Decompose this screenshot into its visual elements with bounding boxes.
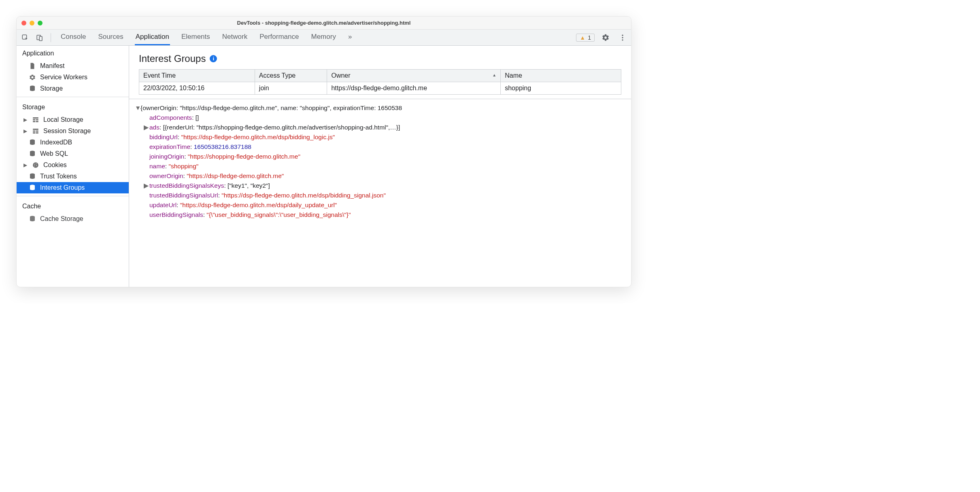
interest-groups-table: Event Time Access Type Owner▲ Name 22/03… bbox=[139, 69, 621, 95]
sidebar-item-manifest[interactable]: Manifest bbox=[17, 60, 129, 72]
sidebar-item-service-workers[interactable]: Service Workers bbox=[17, 72, 129, 83]
window-titlebar: DevTools - shopping-fledge-demo.glitch.m… bbox=[17, 17, 631, 30]
panel-tabs: Console Sources Application Elements Net… bbox=[60, 30, 353, 45]
sidebar-item-label: Local Storage bbox=[43, 116, 83, 123]
cell-owner: https://dsp-fledge-demo.glitch.me bbox=[327, 82, 501, 95]
cell-name: shopping bbox=[501, 82, 621, 95]
obj-prop-tbsk[interactable]: ▶trustedBiddingSignalsKeys: ["key1", "ke… bbox=[132, 181, 628, 191]
inspect-element-button[interactable] bbox=[19, 32, 31, 44]
tab-performance[interactable]: Performance bbox=[259, 30, 300, 45]
warning-icon: ▲ bbox=[580, 34, 585, 41]
svg-point-5 bbox=[622, 39, 623, 40]
panel-header: Interest Groups i bbox=[129, 46, 631, 69]
sidebar-item-label: Cookies bbox=[43, 161, 67, 169]
svg-point-13 bbox=[34, 165, 35, 166]
table-row[interactable]: 22/03/2022, 10:50:16 join https://dsp-fl… bbox=[139, 82, 621, 95]
devtools-window: DevTools - shopping-fledge-demo.glitch.m… bbox=[16, 16, 631, 287]
database-icon bbox=[29, 139, 36, 146]
panel-title: Interest Groups bbox=[139, 53, 206, 64]
devtools-toolbar: Console Sources Application Elements Net… bbox=[17, 30, 631, 46]
sidebar-item-indexeddb[interactable]: IndexedDB bbox=[17, 137, 129, 148]
sidebar-item-label: Web SQL bbox=[40, 150, 68, 157]
obj-prop-adcomponents[interactable]: adComponents: [] bbox=[132, 113, 628, 123]
sidebar-item-cache-storage[interactable]: Cache Storage bbox=[17, 213, 129, 225]
separator bbox=[51, 33, 51, 42]
sidebar-item-label: Service Workers bbox=[40, 74, 87, 81]
expand-icon: ▶ bbox=[22, 162, 28, 168]
sidebar-section-storage: Storage bbox=[17, 100, 129, 114]
sidebar-item-label: Manifest bbox=[40, 62, 64, 70]
obj-prop-joiningorigin[interactable]: joiningOrigin: "https://shopping-fledge-… bbox=[132, 152, 628, 161]
col-name[interactable]: Name bbox=[501, 70, 621, 82]
col-access-type[interactable]: Access Type bbox=[255, 70, 327, 82]
collapse-icon: ▼ bbox=[135, 103, 140, 113]
svg-point-10 bbox=[34, 164, 35, 165]
svg-point-3 bbox=[622, 34, 623, 36]
window-title: DevTools - shopping-fledge-demo.glitch.m… bbox=[17, 20, 631, 26]
device-toggle-button[interactable] bbox=[34, 32, 46, 44]
warning-count: 1 bbox=[588, 34, 591, 41]
obj-prop-updateurl[interactable]: updateUrl: "https://dsp-fledge-demo.glit… bbox=[132, 200, 628, 210]
svg-point-11 bbox=[36, 163, 37, 164]
cell-event-time: 22/03/2022, 10:50:16 bbox=[139, 82, 255, 95]
sidebar-item-interest-groups[interactable]: Interest Groups bbox=[17, 182, 129, 193]
svg-point-9 bbox=[33, 162, 38, 168]
tabs-overflow-button[interactable]: » bbox=[347, 30, 353, 45]
settings-button[interactable] bbox=[599, 32, 612, 44]
expand-icon: ▶ bbox=[22, 117, 28, 123]
obj-prop-ads[interactable]: ▶ads: [{renderUrl: "https://shopping-fle… bbox=[132, 123, 628, 132]
separator bbox=[17, 97, 129, 97]
application-sidebar: Application Manifest Service Workers Sto… bbox=[17, 46, 129, 287]
database-icon bbox=[29, 184, 36, 191]
table-icon bbox=[32, 116, 39, 123]
table-icon bbox=[32, 127, 39, 135]
obj-prop-tbsu[interactable]: trustedBiddingSignalsUrl: "https://dsp-f… bbox=[132, 191, 628, 200]
object-viewer: ▼{ownerOrigin: "https://dsp-fledge-demo.… bbox=[129, 99, 631, 224]
sidebar-item-local-storage[interactable]: ▶ Local Storage bbox=[17, 114, 129, 125]
tab-sources[interactable]: Sources bbox=[97, 30, 124, 45]
separator bbox=[17, 196, 129, 196]
sidebar-item-label: Storage bbox=[40, 85, 63, 92]
obj-prop-userbiddingsignals[interactable]: userBiddingSignals: "{\"user_bidding_sig… bbox=[132, 210, 628, 220]
sort-up-icon: ▲ bbox=[492, 73, 496, 77]
tab-elements[interactable]: Elements bbox=[181, 30, 211, 45]
sidebar-item-label: IndexedDB bbox=[40, 139, 72, 146]
obj-prop-expirationtime[interactable]: expirationTime: 1650538216.837188 bbox=[132, 142, 628, 152]
main-panel: Interest Groups i Event Time Access Type… bbox=[129, 46, 631, 287]
database-icon bbox=[29, 215, 36, 223]
gear-icon bbox=[29, 74, 36, 81]
sidebar-item-label: Session Storage bbox=[43, 127, 91, 135]
sidebar-item-storage[interactable]: Storage bbox=[17, 83, 129, 94]
tab-console[interactable]: Console bbox=[60, 30, 87, 45]
obj-prop-biddingurl[interactable]: biddingUrl: "https://dsp-fledge-demo.gli… bbox=[132, 132, 628, 142]
sidebar-item-trust-tokens[interactable]: Trust Tokens bbox=[17, 171, 129, 182]
tab-memory[interactable]: Memory bbox=[310, 30, 336, 45]
database-icon bbox=[29, 85, 36, 92]
obj-root[interactable]: ▼{ownerOrigin: "https://dsp-fledge-demo.… bbox=[132, 103, 628, 113]
more-menu-button[interactable] bbox=[616, 32, 629, 44]
sidebar-item-label: Interest Groups bbox=[40, 184, 85, 191]
svg-point-12 bbox=[36, 165, 37, 166]
sidebar-item-label: Trust Tokens bbox=[40, 173, 77, 180]
obj-prop-name[interactable]: name: "shopping" bbox=[132, 161, 628, 171]
cell-access-type: join bbox=[255, 82, 327, 95]
sidebar-item-session-storage[interactable]: ▶ Session Storage bbox=[17, 125, 129, 137]
sidebar-section-application: Application bbox=[17, 46, 129, 60]
col-owner[interactable]: Owner▲ bbox=[327, 70, 501, 82]
sidebar-section-cache: Cache bbox=[17, 199, 129, 213]
database-icon bbox=[29, 150, 36, 157]
warnings-badge[interactable]: ▲ 1 bbox=[576, 34, 595, 42]
svg-rect-2 bbox=[39, 36, 42, 41]
info-icon[interactable]: i bbox=[210, 55, 217, 62]
col-event-time[interactable]: Event Time bbox=[139, 70, 255, 82]
expand-icon: ▶ bbox=[144, 181, 149, 191]
database-icon bbox=[29, 173, 36, 180]
sidebar-item-websql[interactable]: Web SQL bbox=[17, 148, 129, 159]
svg-point-4 bbox=[622, 37, 623, 38]
tab-application[interactable]: Application bbox=[135, 30, 170, 45]
cookie-icon bbox=[32, 161, 39, 169]
file-icon bbox=[29, 62, 36, 70]
sidebar-item-cookies[interactable]: ▶ Cookies bbox=[17, 159, 129, 171]
obj-prop-ownerorigin[interactable]: ownerOrigin: "https://dsp-fledge-demo.gl… bbox=[132, 171, 628, 181]
tab-network[interactable]: Network bbox=[221, 30, 248, 45]
